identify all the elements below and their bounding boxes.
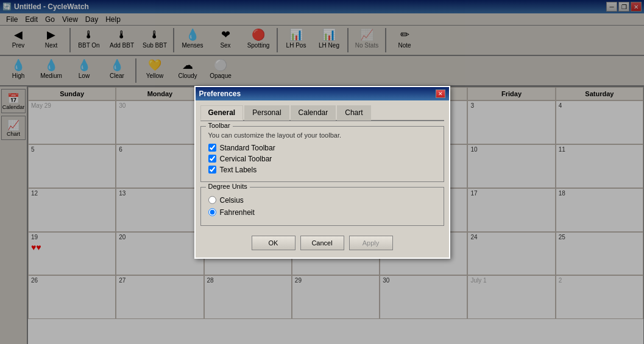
text-labels-checkbox[interactable] (208, 166, 216, 174)
degree-group-label: Degree Units (206, 183, 250, 190)
cerv-toolbar-label: Cervical Toolbar (220, 155, 272, 163)
dialog-content: General Personal Calendar Chart Toolbar … (196, 100, 449, 258)
dialog-overlay: Preferences ✕ General Personal Calendar … (0, 0, 644, 344)
text-labels-row: Text Labels (208, 166, 436, 174)
tab-calendar[interactable]: Calendar (291, 105, 336, 121)
dialog-title: Preferences (199, 90, 241, 98)
tab-personal[interactable]: Personal (244, 105, 289, 121)
preferences-dialog: Preferences ✕ General Personal Calendar … (194, 86, 450, 259)
dialog-button-row: OK Cancel Apply (200, 231, 444, 253)
fahrenheit-label: Fahrenheit (220, 208, 255, 217)
tab-chart[interactable]: Chart (337, 105, 370, 121)
dialog-close-button[interactable]: ✕ (436, 90, 445, 98)
cerv-toolbar-checkbox[interactable] (208, 155, 216, 163)
celsius-label: Celsius (220, 196, 244, 205)
celsius-radio[interactable] (208, 196, 216, 204)
std-toolbar-label: Standard Toolbar (220, 144, 275, 152)
toolbar-description: You can customize the layout of your too… (208, 132, 436, 139)
dialog-titlebar: Preferences ✕ (196, 87, 449, 100)
cancel-button[interactable]: Cancel (300, 236, 344, 250)
fahrenheit-row: Fahrenheit (208, 208, 436, 217)
std-toolbar-row: Standard Toolbar (208, 144, 436, 152)
cerv-toolbar-row: Cervical Toolbar (208, 155, 436, 163)
tab-general[interactable]: General (200, 105, 244, 121)
fahrenheit-radio[interactable] (208, 208, 216, 216)
degree-group: Degree Units Celsius Fahrenheit (200, 187, 444, 226)
std-toolbar-checkbox[interactable] (208, 144, 216, 152)
celsius-row: Celsius (208, 196, 436, 205)
toolbar-group-label: Toolbar (206, 122, 233, 129)
toolbar-group: Toolbar You can customize the layout of … (200, 126, 444, 182)
dialog-tab-bar: General Personal Calendar Chart (200, 105, 444, 121)
apply-button[interactable]: Apply (349, 236, 393, 250)
text-labels-label: Text Labels (220, 166, 257, 174)
ok-button[interactable]: OK (252, 236, 295, 250)
